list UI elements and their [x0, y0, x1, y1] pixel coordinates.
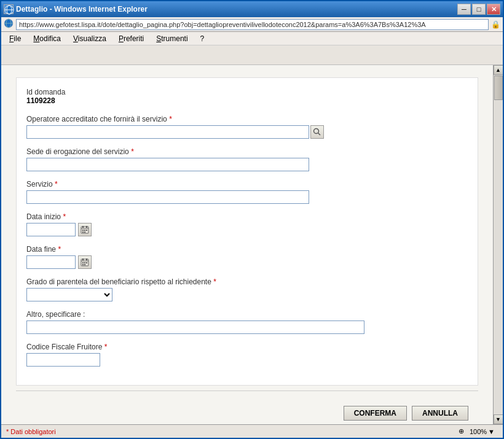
- data-inizio-label: Data inizio *: [26, 212, 468, 221]
- id-domanda-value: 1109228: [26, 96, 468, 105]
- title-bar-left: Dettaglio - Windows Internet Explorer: [4, 4, 148, 14]
- servizio-field-group: Servizio *: [26, 180, 468, 204]
- parentela-select[interactable]: Figlio/a Coniuge Genitore Altro: [26, 288, 112, 301]
- ie-window: Dettaglio - Windows Internet Explorer ─ …: [0, 0, 504, 439]
- window-title: Dettaglio - Windows Internet Explorer: [16, 5, 148, 14]
- svg-rect-15: [82, 231, 84, 233]
- svg-rect-22: [84, 262, 85, 263]
- sede-label: Sede di erogazione del servizio *: [26, 147, 468, 156]
- zoom-dropdown-icon: ▼: [488, 428, 495, 435]
- menu-strumenti[interactable]: Strumenti: [151, 33, 193, 45]
- separator: [16, 390, 478, 391]
- zoom-label: 100%: [470, 428, 487, 435]
- svg-rect-23: [86, 262, 87, 263]
- svg-point-6: [314, 129, 319, 134]
- id-domanda-label: Id domanda: [26, 88, 468, 96]
- altro-label: Altro, specificare :: [26, 310, 468, 319]
- operatore-row: [26, 125, 468, 139]
- minimize-button[interactable]: ─: [457, 4, 471, 15]
- cancel-button[interactable]: ANNULLA: [412, 406, 468, 421]
- operatore-label: Operatore accreditato che fornirà il ser…: [26, 115, 468, 123]
- toolbar-area: [1, 45, 503, 65]
- servizio-required: *: [55, 180, 58, 188]
- codice-label: Codice Fiscale Fruitore *: [26, 343, 468, 351]
- svg-rect-21: [82, 262, 84, 263]
- data-fine-calendar-button[interactable]: [78, 255, 92, 269]
- parentela-field-group: Grado di parentela del beneficiario risp…: [26, 278, 468, 301]
- id-domanda-section: Id domanda 1109228: [26, 88, 468, 105]
- restore-button[interactable]: □: [472, 4, 486, 15]
- svg-line-7: [318, 133, 321, 136]
- confirm-button[interactable]: CONFERMA: [344, 406, 407, 421]
- form-section: Id domanda 1109228 Operatore accreditato…: [16, 77, 478, 386]
- altro-input[interactable]: [26, 321, 364, 334]
- content-wrapper: Id domanda 1109228 Operatore accreditato…: [1, 65, 503, 424]
- scroll-up-button[interactable]: ▲: [494, 65, 503, 75]
- address-bar: 🔒: [1, 17, 503, 32]
- svg-rect-24: [82, 264, 84, 265]
- operatore-search-button[interactable]: [310, 125, 324, 139]
- required-note: * Dati obbligatori: [6, 428, 56, 435]
- data-fine-required: *: [58, 245, 61, 254]
- codice-input[interactable]: [26, 353, 100, 367]
- url-input[interactable]: [16, 19, 489, 30]
- scrollbar-thumb[interactable]: [494, 76, 503, 100]
- data-inizio-input[interactable]: [26, 223, 76, 236]
- menu-visualizza[interactable]: Visualizza: [68, 33, 112, 45]
- parentela-row: Figlio/a Coniuge Genitore Altro: [26, 288, 468, 301]
- servizio-label: Servizio *: [26, 180, 468, 188]
- sede-field-group: Sede di erogazione del servizio *: [26, 147, 468, 171]
- svg-rect-10: [82, 226, 84, 228]
- data-fine-field-group: Data fine *: [26, 245, 468, 269]
- parentela-label: Grado di parentela del beneficiario risp…: [26, 278, 468, 286]
- svg-rect-13: [84, 230, 85, 231]
- operatore-field-group: Operatore accreditato che fornirà il ser…: [26, 115, 468, 139]
- svg-rect-12: [82, 230, 84, 231]
- svg-rect-16: [84, 231, 85, 233]
- data-inizio-calendar-button[interactable]: [78, 223, 92, 236]
- data-inizio-required: *: [63, 212, 66, 221]
- codice-field-group: Codice Fiscale Fruitore *: [26, 343, 468, 367]
- ie-logo-icon: [4, 4, 14, 14]
- browser-icon: [4, 18, 14, 30]
- sede-input[interactable]: [26, 158, 309, 171]
- data-fine-input[interactable]: [26, 255, 76, 269]
- altro-field-group: Altro, specificare :: [26, 310, 468, 334]
- close-button[interactable]: ✕: [487, 4, 500, 15]
- zoom-icon: ⊕: [459, 427, 464, 435]
- content-area: Id domanda 1109228 Operatore accreditato…: [1, 65, 493, 424]
- servizio-input[interactable]: [26, 190, 309, 204]
- data-inizio-field-group: Data inizio *: [26, 212, 468, 236]
- svg-rect-20: [86, 258, 87, 260]
- data-fine-row: [26, 255, 468, 269]
- security-icon: 🔒: [491, 20, 500, 29]
- operatore-required: *: [169, 115, 172, 123]
- svg-rect-25: [84, 264, 85, 265]
- menu-help[interactable]: ?: [195, 33, 210, 45]
- menu-bar: File Modifica Visualizza Preferiti Strum…: [1, 32, 503, 45]
- operatore-input[interactable]: [26, 125, 309, 139]
- svg-rect-11: [86, 226, 87, 228]
- window-controls: ─ □ ✕: [457, 4, 500, 15]
- parentela-required: *: [213, 278, 216, 286]
- menu-modifica[interactable]: Modifica: [28, 33, 66, 45]
- sede-required: *: [131, 147, 134, 156]
- scrollbar: ▲ ▼: [493, 65, 503, 424]
- scroll-down-button[interactable]: ▼: [494, 414, 503, 424]
- menu-preferiti[interactable]: Preferiti: [113, 33, 149, 45]
- zoom-control[interactable]: 100% ▼: [467, 427, 498, 437]
- status-bar: * Dati obbligatori ⊕ 100% ▼: [1, 424, 503, 438]
- svg-rect-19: [82, 258, 84, 260]
- data-fine-label: Data fine *: [26, 245, 468, 254]
- data-inizio-row: [26, 223, 468, 236]
- status-right: ⊕ 100% ▼: [459, 427, 498, 437]
- title-bar: Dettaglio - Windows Internet Explorer ─ …: [1, 1, 503, 17]
- menu-file[interactable]: File: [4, 33, 26, 45]
- codice-required: *: [104, 343, 108, 351]
- button-bar: CONFERMA ANNULLA: [16, 396, 478, 424]
- svg-rect-14: [86, 230, 87, 231]
